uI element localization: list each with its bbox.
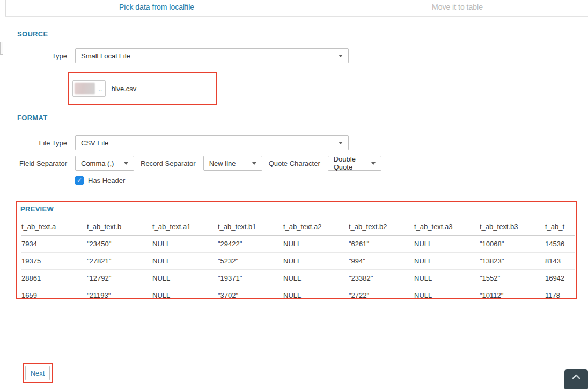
preview-heading: PREVIEW [20,205,54,213]
table-cell: 8143 [545,253,575,270]
table-cell: "2722" [349,287,414,299]
import-wizard-page: Pick data from localfile Move it to tabl… [0,0,588,389]
table-cell: 7934 [21,236,87,253]
chevron-down-icon [339,142,343,144]
table-cell: "29422" [218,236,283,253]
table-cell: NULL [414,270,480,287]
type-row: Type Small Local File [0,48,349,63]
has-header-checkbox[interactable]: ✓ [75,176,84,185]
file-type-select-value: CSV File [81,139,108,147]
table-cell: "10112" [480,287,545,299]
table-cell: NULL [414,253,480,270]
table-cell: "21193" [87,287,152,299]
has-header-row[interactable]: ✓ Has Header [75,176,125,185]
table-cell: NULL [283,236,349,253]
type-select[interactable]: Small Local File [75,48,349,63]
field-separator-value: Comma (,) [81,159,114,167]
record-separator-value: New line [209,159,236,167]
table-cell: "3702" [218,287,283,299]
preview-header-row: t_ab_text.at_ab_text.bt_ab_text.a1t_ab_t… [21,218,575,236]
header-divider [5,16,588,17]
chevron-up-icon [572,374,580,379]
table-cell: "6261" [349,236,414,253]
file-select-button[interactable]: .. [72,80,106,97]
column-header: t_ab_text.a1 [152,218,218,236]
quote-character-value: Double Quote [334,155,365,171]
table-cell: 28861 [21,270,87,287]
file-browse-label: .. [98,85,102,93]
field-separator-label: Field Separator [0,159,67,167]
table-cell: NULL [414,236,480,253]
table-cell: "19371" [218,270,283,287]
file-chooser-annotation-box: .. hive.csv [68,72,217,105]
left-panel-edge [5,0,6,16]
table-cell: NULL [283,287,349,299]
chevron-down-icon [339,55,343,57]
column-header: t_ab_text.b [87,218,152,236]
preview-table-body: 7934"23450"NULL"29422"NULL"6261"NULL"100… [21,236,575,299]
table-cell: NULL [152,236,218,253]
table-cell: NULL [152,270,218,287]
preview-table: t_ab_text.at_ab_text.bt_ab_text.a1t_ab_t… [21,218,575,298]
table-cell: 1659 [21,287,87,299]
column-header: t_ab_text.a3 [414,218,480,236]
table-cell: "23450" [87,236,152,253]
column-header: t_ab_t [545,218,575,236]
column-header: t_ab_text.b1 [218,218,283,236]
format-heading: FORMAT [17,114,47,122]
table-cell: "27821" [87,253,152,270]
quote-character-select[interactable]: Double Quote [328,156,381,171]
column-header: t_ab_text.b3 [480,218,545,236]
chevron-down-icon [371,162,376,165]
table-row: 1659"21193"NULL"3702"NULL"2722"NULL"1011… [21,287,575,299]
scroll-to-top-button[interactable] [564,369,588,389]
file-type-label: File Type [0,139,67,147]
field-separator-select[interactable]: Comma (,) [75,156,134,171]
table-cell: NULL [283,253,349,270]
table-row: 7934"23450"NULL"29422"NULL"6261"NULL"100… [21,236,575,253]
source-heading: SOURCE [17,30,48,38]
check-icon: ✓ [77,177,82,184]
table-cell: NULL [414,287,480,299]
table-row: 19375"27821"NULL"5232"NULL"994"NULL"1382… [21,253,575,270]
table-cell: NULL [283,270,349,287]
table-cell: "5232" [218,253,283,270]
preview-table-container: t_ab_text.at_ab_text.bt_ab_text.a1t_ab_t… [21,218,575,298]
chevron-down-icon [252,162,256,165]
file-type-select[interactable]: CSV File [75,135,349,150]
table-row: 28861"12792"NULL"19371"NULL"23382"NULL"1… [21,270,575,287]
separators-row: Field Separator Comma (,) Record Separat… [0,156,381,171]
quote-character-label: Quote Character [269,159,320,167]
table-cell: "12792" [87,270,152,287]
chevron-down-icon [124,162,128,165]
table-cell: 16942 [545,270,575,287]
table-cell: 14536 [545,236,575,253]
step-move-it-to-table[interactable]: Move it to table [432,3,483,11]
step-pick-data-from-localfile[interactable]: Pick data from localfile [119,3,194,11]
file-type-row: File Type CSV File [0,135,349,150]
column-header: t_ab_text.a [21,218,87,236]
next-button-annotation-box: Next [23,363,53,383]
type-label: Type [0,52,67,60]
column-header: t_ab_text.b2 [349,218,414,236]
record-separator-select[interactable]: New line [203,156,262,171]
table-cell: "994" [349,253,414,270]
next-button[interactable]: Next [25,366,50,380]
table-cell: NULL [152,287,218,299]
table-cell: NULL [152,253,218,270]
record-separator-label: Record Separator [141,159,196,167]
table-cell: 1178 [545,287,575,299]
table-cell: "23382" [349,270,414,287]
file-thumbnail [75,83,95,94]
table-cell: 19375 [21,253,87,270]
table-cell: "13823" [480,253,545,270]
selected-file-name: hive.csv [111,85,136,93]
type-select-value: Small Local File [81,52,130,60]
column-header: t_ab_text.a2 [283,218,349,236]
table-cell: "1552" [480,270,545,287]
table-cell: "10068" [480,236,545,253]
has-header-label: Has Header [88,177,125,185]
